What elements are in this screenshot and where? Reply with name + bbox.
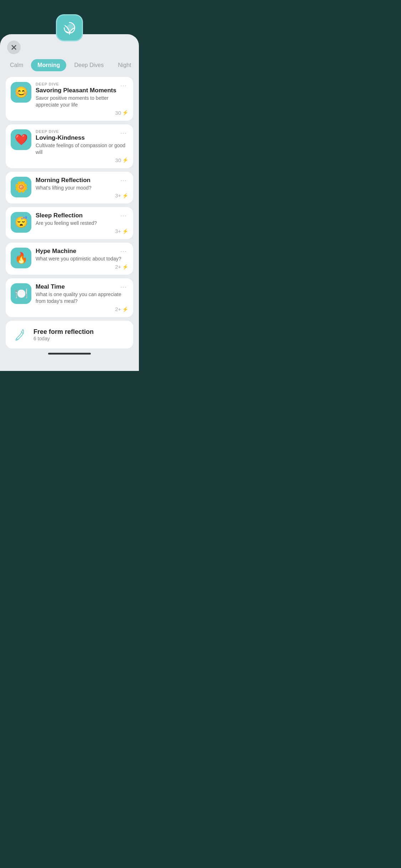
more-button-savoring[interactable]: ···: [118, 81, 129, 90]
activity-points-hype-machine: 2+: [115, 264, 121, 270]
activity-card-hype-machine[interactable]: 🔥 Hype Machine What were you optimistic …: [6, 243, 133, 275]
free-form-title: Free form reflection: [33, 328, 127, 336]
close-button[interactable]: [7, 41, 21, 54]
activity-icon-morning-reflection: 🌼: [11, 177, 31, 197]
lightning-icon-sleep-reflection: ⚡: [122, 228, 128, 234]
activity-content-sleep-reflection: Sleep Reflection Are you feeling well re…: [36, 212, 128, 234]
tab-calm[interactable]: Calm: [4, 59, 30, 71]
main-card: Calm Morning Deep Dives Night Bi 😊 DEEP …: [0, 34, 139, 371]
more-button-morning-reflection[interactable]: ···: [118, 176, 129, 185]
activity-points-meal-time: 2+: [115, 306, 121, 312]
more-button-sleep-reflection[interactable]: ···: [118, 211, 129, 220]
activity-icon-loving-kindness: ❤️: [11, 129, 31, 150]
activity-title-morning-reflection: Morning Reflection: [36, 177, 128, 184]
more-button-hype-machine[interactable]: ···: [118, 247, 129, 256]
activity-category-loving-kindness: DEEP DIVE: [36, 129, 128, 134]
activity-icon-savoring: 😊: [11, 82, 31, 103]
activity-points-morning-reflection: 3+: [115, 192, 121, 198]
activity-content-loving-kindness: DEEP DIVE Loving-Kindness Cultivate feel…: [36, 129, 128, 163]
lightning-icon-morning-reflection: ⚡: [122, 193, 128, 198]
more-button-loving-kindness[interactable]: ···: [118, 129, 129, 138]
activity-points-loving-kindness: 30: [115, 157, 121, 163]
activity-desc-savoring: Savor positive moments to better appreci…: [36, 95, 128, 108]
activity-content-hype-machine: Hype Machine What were you optimistic ab…: [36, 248, 128, 270]
activity-card-savoring[interactable]: 😊 DEEP DIVE Savoring Pleasant Moments Sa…: [6, 77, 133, 121]
activity-desc-meal-time: What is one quality you can appreciate f…: [36, 291, 128, 305]
activity-icon-hype-machine: 🔥: [11, 248, 31, 268]
activity-meta-hype-machine: 2+ ⚡: [36, 264, 128, 270]
app-logo: [56, 14, 83, 41]
activity-content-meal-time: Meal Time What is one quality you can ap…: [36, 283, 128, 312]
activity-card-morning-reflection[interactable]: 🌼 Morning Reflection What's lifting your…: [6, 172, 133, 204]
activity-meta-loving-kindness: 30 ⚡: [36, 157, 128, 163]
logo-icon: [62, 20, 77, 35]
activity-list: 😊 DEEP DIVE Savoring Pleasant Moments Sa…: [0, 77, 139, 317]
activity-title-sleep-reflection: Sleep Reflection: [36, 212, 128, 219]
activity-title-meal-time: Meal Time: [36, 283, 128, 290]
activity-meta-sleep-reflection: 3+ ⚡: [36, 228, 128, 234]
lightning-icon-loving-kindness: ⚡: [122, 157, 128, 163]
activity-meta-meal-time: 2+ ⚡: [36, 306, 128, 312]
lightning-icon-hype-machine: ⚡: [122, 264, 128, 270]
activity-category-savoring: DEEP DIVE: [36, 82, 128, 86]
activity-desc-morning-reflection: What's lifting your mood?: [36, 185, 128, 191]
tab-morning[interactable]: Morning: [31, 59, 66, 71]
activity-icon-sleep-reflection: 😴: [11, 212, 31, 233]
activity-card-sleep-reflection[interactable]: 😴 Sleep Reflection Are you feeling well …: [6, 207, 133, 239]
tab-night[interactable]: Night: [111, 59, 137, 71]
activity-points-savoring: 30: [115, 110, 121, 116]
tab-deep-dives[interactable]: Deep Dives: [68, 59, 110, 71]
activity-icon-meal-time: 🍽️: [11, 283, 31, 304]
free-form-card[interactable]: Free form reflection 6 today: [6, 321, 133, 348]
free-form-content: Free form reflection 6 today: [33, 328, 127, 341]
activity-title-savoring: Savoring Pleasant Moments: [36, 87, 128, 94]
logo-area: [0, 0, 139, 41]
activity-desc-loving-kindness: Cultivate feelings of compassion or good…: [36, 142, 128, 156]
lightning-icon-meal-time: ⚡: [122, 306, 128, 312]
activity-desc-hype-machine: What were you optimistic about today?: [36, 255, 128, 262]
activity-content-morning-reflection: Morning Reflection What's lifting your m…: [36, 177, 128, 199]
lightning-icon-savoring: ⚡: [122, 110, 128, 115]
activity-meta-morning-reflection: 3+ ⚡: [36, 192, 128, 198]
activity-points-sleep-reflection: 3+: [115, 228, 121, 234]
activity-content-savoring: DEEP DIVE Savoring Pleasant Moments Savo…: [36, 82, 128, 116]
activity-card-meal-time[interactable]: 🍽️ Meal Time What is one quality you can…: [6, 278, 133, 317]
activity-title-hype-machine: Hype Machine: [36, 248, 128, 255]
activity-meta-savoring: 30 ⚡: [36, 110, 128, 116]
more-button-meal-time[interactable]: ···: [118, 283, 129, 291]
activity-card-loving-kindness[interactable]: ❤️ DEEP DIVE Loving-Kindness Cultivate f…: [6, 124, 133, 168]
free-form-subtitle: 6 today: [33, 336, 127, 341]
free-form-icon: [12, 326, 28, 343]
home-bar: [48, 353, 91, 355]
home-indicator: [0, 348, 139, 357]
activity-title-loving-kindness: Loving-Kindness: [36, 134, 128, 141]
activity-desc-sleep-reflection: Are you feeling well rested?: [36, 220, 128, 227]
